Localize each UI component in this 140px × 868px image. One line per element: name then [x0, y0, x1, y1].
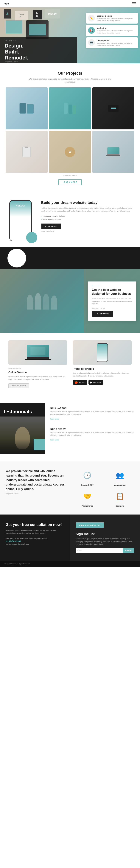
project-item-4[interactable]: [6, 131, 47, 173]
online-version-image: [8, 340, 67, 365]
card-accent-bar: [92, 286, 99, 286]
cta-btn-row: FREE CONSULTATION: [76, 522, 134, 528]
build-phone-visual: HELLO!: [6, 200, 35, 241]
black-divider-section: [0, 247, 140, 269]
check-icon-2: ›: [41, 218, 42, 220]
signup-form: SUBMIT: [76, 548, 134, 553]
white-circle-decoration: [7, 249, 26, 268]
signup-title: Sign me up!: [76, 532, 134, 536]
marketing-icon: 📢: [88, 27, 95, 34]
store-buttons: 🍎 App Store ▶ Google Play: [73, 380, 132, 385]
best-website-background: Get the best website designed for your b…: [0, 269, 140, 333]
hero-image-credit: Image from Freepik: [5, 61, 18, 62]
footer: © Copyright name. All Rights Reserved.: [0, 561, 140, 567]
project-item-1[interactable]: [6, 87, 47, 129]
build-feature-2: › Multi-Language Support: [41, 218, 134, 221]
signup-email-input[interactable]: [76, 548, 123, 553]
project-visual-5: W: [49, 131, 91, 173]
features-grid: 🕐 Support 24/7 👥 Management 🤝 Partnershi…: [73, 469, 134, 507]
apple-icon: 🍎: [75, 381, 78, 384]
marketing-text: Sample text. Click to select the text bo…: [97, 30, 136, 34]
teal-square-decoration: [34, 439, 45, 450]
check-icon-1: ›: [41, 215, 42, 217]
phone-hello-text: HELLO!: [16, 205, 25, 207]
signup-submit-button[interactable]: SUBMIT: [123, 548, 135, 553]
features-section: We provide flexible and 24/7 online lear…: [0, 461, 140, 515]
cta-right-panel: FREE CONSULTATION Sign me up! Aliquitip …: [70, 515, 140, 561]
online-text: Duis aute irure dolor in reprehenderit i…: [8, 375, 67, 381]
service-card-marketing[interactable]: 📢 Marketing Sample text. Click to select…: [86, 25, 138, 36]
portable-version-col: Prefer it Portable Duis aute irure dolor…: [70, 340, 134, 385]
service-card-development[interactable]: 💻 Development Sample text. Click to sele…: [86, 37, 138, 48]
run-in-browser-button[interactable]: Run in the Browser: [8, 383, 29, 388]
management-icon: 👥: [116, 471, 124, 479]
project-item-2[interactable]: [49, 87, 91, 129]
portable-version-image: [73, 340, 132, 365]
best-website-card-text: Duis aute irure dolor in reprehenderit i…: [92, 298, 132, 305]
hero-decor-teal-block: [6, 21, 23, 33]
cta-email: namescompany@example.com: [6, 543, 64, 545]
hero-decor-mk: MK: [33, 10, 42, 20]
free-consultation-button[interactable]: FREE CONSULTATION: [76, 522, 104, 528]
testimonials-left-panel: testimonials: [0, 403, 45, 454]
project-visual-2: [49, 87, 91, 129]
hero-decor-design: Design: [45, 9, 60, 19]
testimonial-2-name: NORA PERRY: [50, 428, 134, 430]
projects-subtitle: Wisi aliquet sagittis sit consectetur pu…: [23, 78, 117, 84]
contacts-icon-wrap: 📋: [113, 490, 127, 503]
cookie-icon: W: [65, 147, 75, 157]
logo: logo: [4, 2, 9, 5]
projects-section: Our Projects Wisi aliquet sagittis sit c…: [0, 63, 140, 194]
project-item-6[interactable]: [93, 131, 134, 173]
card-icon: [108, 105, 118, 112]
hamburger-menu[interactable]: [132, 2, 136, 5]
graphic-icon: ✏️: [88, 15, 95, 22]
testimonials-right-panel: NINA LARSON Duis aute irure dolor in rep…: [45, 403, 140, 454]
signup-text: Aliquitip Pro is quite simple to achieve…: [76, 537, 134, 546]
best-website-learn-more-button[interactable]: LEARN MORE: [92, 311, 113, 317]
project-visual-4: [6, 131, 47, 173]
service-card-graphic[interactable]: ✏️ Graphic Design Sample text. Click to …: [86, 13, 138, 24]
projects-image-credit: Images from Freepik: [6, 175, 134, 176]
cta-left-panel: Get your free consultation now! Small or…: [0, 515, 70, 561]
testimonial-2-text: Duis aute irure dolor in reprehenderit i…: [50, 431, 134, 437]
hero-about-label: ABOUT US: [5, 40, 72, 42]
google-play-button[interactable]: ▶ Google Play: [89, 380, 103, 385]
google-play-icon: ▶: [90, 381, 93, 384]
project-item-3[interactable]: [93, 87, 134, 129]
marketing-title: Marketing: [97, 27, 136, 29]
app-store-button[interactable]: 🍎 App Store: [73, 380, 88, 385]
features-title: We provide flexible and 24/7 online lear…: [6, 469, 67, 491]
cta-section: Get your free consultation now! Small or…: [0, 515, 140, 561]
support-label: Support 24/7: [73, 484, 102, 486]
testimonials-section: testimonials NINA LARSON Duis aute irure…: [0, 396, 140, 461]
build-read-more-button[interactable]: READ MORE: [41, 223, 61, 229]
header: logo: [0, 0, 140, 7]
contacts-label: Contacts: [105, 505, 134, 507]
apps-section: Image from Freepik Online Version Duis a…: [0, 333, 140, 396]
development-title: Development: [97, 39, 136, 41]
build-section: HELLO! Build your dream website today Ar…: [0, 194, 140, 247]
project-item-5[interactable]: W: [49, 131, 91, 173]
team-photo-left: [0, 269, 84, 333]
laptop-visual: [106, 147, 120, 156]
cta-phone: (+100) 566-9999: [6, 540, 64, 542]
testimonial-1-text: Duis aute irure dolor in reprehenderit i…: [50, 410, 134, 416]
service-card-graphic-content: Graphic Design Sample text. Click to sel…: [97, 15, 136, 22]
cta-title: Get your free consultation now!: [6, 522, 64, 527]
projects-title: Our Projects: [6, 71, 134, 76]
development-text: Sample text. Click to select the text bo…: [97, 42, 136, 46]
testimonial-2-link[interactable]: learn More: [50, 439, 59, 441]
build-feature-1: › Support via E-mail and Phone: [41, 215, 134, 218]
features-image-credit: Image from Freepik: [6, 493, 67, 495]
bag-icon: [23, 147, 31, 157]
management-label: Management: [105, 484, 134, 486]
service-card-marketing-content: Marketing Sample text. Click to select t…: [97, 27, 136, 34]
feature-item-management: 👥 Management: [105, 469, 134, 486]
best-website-image-credit: Image from Freepik: [92, 308, 132, 309]
projects-learn-more-button[interactable]: LEARN MORE: [58, 179, 81, 185]
testimonial-1-link[interactable]: learn More: [50, 418, 59, 420]
hero-title: Design. Build. Remodel.: [5, 43, 72, 61]
services-cards: ✏️ Graphic Design Sample text. Click to …: [86, 13, 138, 48]
partnership-icon-wrap: 🤝: [81, 490, 94, 503]
